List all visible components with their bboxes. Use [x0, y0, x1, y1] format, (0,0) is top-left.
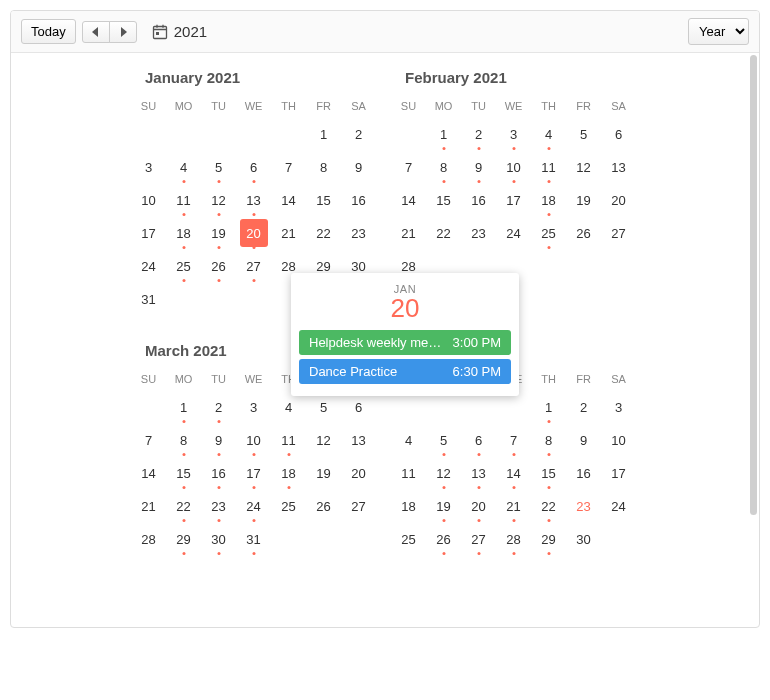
day-cell[interactable]: 7 — [135, 426, 163, 454]
day-cell[interactable]: 17 — [500, 186, 528, 214]
day-cell[interactable]: 10 — [605, 426, 633, 454]
day-cell[interactable]: 11 — [535, 153, 563, 181]
day-cell[interactable]: 2 — [345, 120, 373, 148]
day-cell[interactable]: 10 — [240, 426, 268, 454]
day-cell[interactable]: 17 — [240, 459, 268, 487]
day-cell[interactable]: 21 — [275, 219, 303, 247]
event-row[interactable]: Helpdesk weekly me…3:00 PM — [299, 330, 511, 355]
day-cell[interactable]: 1 — [170, 393, 198, 421]
day-cell[interactable]: 27 — [605, 219, 633, 247]
day-cell[interactable]: 19 — [205, 219, 233, 247]
day-cell[interactable]: 22 — [170, 492, 198, 520]
day-cell[interactable]: 17 — [605, 459, 633, 487]
day-cell[interactable]: 26 — [205, 252, 233, 280]
day-cell[interactable]: 19 — [310, 459, 338, 487]
day-cell[interactable]: 3 — [500, 120, 528, 148]
day-cell[interactable]: 29 — [535, 525, 563, 553]
day-cell[interactable]: 31 — [135, 285, 163, 313]
day-cell[interactable]: 4 — [395, 426, 423, 454]
next-button[interactable] — [109, 21, 137, 43]
day-cell[interactable]: 4 — [275, 393, 303, 421]
day-cell[interactable]: 12 — [310, 426, 338, 454]
day-cell[interactable]: 22 — [310, 219, 338, 247]
day-cell[interactable]: 9 — [570, 426, 598, 454]
day-cell[interactable]: 25 — [395, 525, 423, 553]
day-cell[interactable]: 28 — [135, 525, 163, 553]
day-cell[interactable]: 24 — [605, 492, 633, 520]
day-cell[interactable]: 3 — [240, 393, 268, 421]
day-cell[interactable]: 18 — [395, 492, 423, 520]
day-cell[interactable]: 16 — [570, 459, 598, 487]
day-cell[interactable]: 2 — [465, 120, 493, 148]
day-cell[interactable]: 19 — [570, 186, 598, 214]
day-cell[interactable]: 29 — [170, 525, 198, 553]
day-cell[interactable]: 20 — [345, 459, 373, 487]
day-cell[interactable]: 23 — [465, 219, 493, 247]
day-cell[interactable]: 20 — [605, 186, 633, 214]
day-cell[interactable]: 8 — [430, 153, 458, 181]
day-cell[interactable]: 24 — [240, 492, 268, 520]
day-cell[interactable]: 4 — [170, 153, 198, 181]
day-cell[interactable]: 15 — [310, 186, 338, 214]
day-cell[interactable]: 10 — [135, 186, 163, 214]
day-cell[interactable]: 18 — [535, 186, 563, 214]
day-cell[interactable]: 26 — [310, 492, 338, 520]
day-cell[interactable]: 14 — [395, 186, 423, 214]
day-cell[interactable]: 11 — [275, 426, 303, 454]
day-cell[interactable]: 27 — [465, 525, 493, 553]
day-cell[interactable]: 15 — [430, 186, 458, 214]
day-cell[interactable]: 24 — [135, 252, 163, 280]
day-cell[interactable]: 4 — [535, 120, 563, 148]
scrollbar[interactable] — [750, 55, 757, 515]
view-select[interactable]: Year — [688, 18, 749, 45]
day-cell[interactable]: 10 — [500, 153, 528, 181]
day-cell[interactable]: 31 — [240, 525, 268, 553]
day-cell[interactable]: 30 — [570, 525, 598, 553]
day-cell[interactable]: 13 — [465, 459, 493, 487]
day-cell[interactable]: 22 — [535, 492, 563, 520]
day-cell[interactable]: 9 — [205, 426, 233, 454]
day-cell[interactable]: 30 — [205, 525, 233, 553]
day-cell[interactable]: 11 — [395, 459, 423, 487]
day-cell[interactable]: 5 — [430, 426, 458, 454]
day-cell[interactable]: 12 — [570, 153, 598, 181]
day-cell[interactable]: 2 — [570, 393, 598, 421]
day-cell[interactable]: 9 — [465, 153, 493, 181]
day-cell[interactable]: 7 — [395, 153, 423, 181]
year-display[interactable]: 2021 — [152, 23, 207, 40]
day-cell[interactable]: 21 — [395, 219, 423, 247]
day-cell[interactable]: 21 — [135, 492, 163, 520]
day-cell[interactable]: 22 — [430, 219, 458, 247]
day-cell[interactable]: 8 — [310, 153, 338, 181]
day-cell[interactable]: 8 — [170, 426, 198, 454]
day-cell[interactable]: 6 — [605, 120, 633, 148]
day-cell[interactable]: 25 — [170, 252, 198, 280]
day-cell[interactable]: 6 — [240, 153, 268, 181]
day-cell[interactable]: 26 — [430, 525, 458, 553]
day-cell[interactable]: 23 — [345, 219, 373, 247]
day-cell[interactable]: 26 — [570, 219, 598, 247]
day-cell[interactable]: 5 — [310, 393, 338, 421]
day-cell[interactable]: 12 — [430, 459, 458, 487]
day-cell[interactable]: 13 — [345, 426, 373, 454]
day-cell[interactable]: 8 — [535, 426, 563, 454]
day-cell[interactable]: 6 — [465, 426, 493, 454]
day-cell[interactable]: 16 — [205, 459, 233, 487]
day-cell[interactable]: 13 — [605, 153, 633, 181]
day-cell[interactable]: 28 — [500, 525, 528, 553]
day-cell[interactable]: 15 — [535, 459, 563, 487]
day-cell[interactable]: 27 — [345, 492, 373, 520]
day-cell[interactable]: 18 — [170, 219, 198, 247]
day-cell[interactable]: 7 — [500, 426, 528, 454]
day-cell[interactable]: 20 — [465, 492, 493, 520]
day-cell[interactable]: 12 — [205, 186, 233, 214]
prev-button[interactable] — [82, 21, 110, 43]
day-cell[interactable]: 25 — [275, 492, 303, 520]
day-cell[interactable]: 7 — [275, 153, 303, 181]
day-cell[interactable]: 13 — [240, 186, 268, 214]
day-cell[interactable]: 6 — [345, 393, 373, 421]
day-cell[interactable]: 9 — [345, 153, 373, 181]
day-cell[interactable]: 16 — [345, 186, 373, 214]
day-cell[interactable]: 25 — [535, 219, 563, 247]
day-cell[interactable]: 21 — [500, 492, 528, 520]
